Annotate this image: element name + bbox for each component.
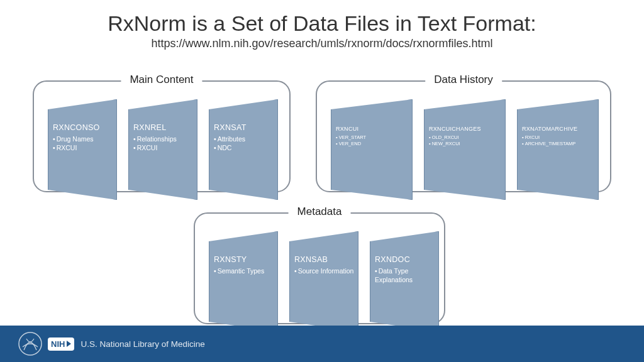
card-rxncuichanges: RXNCUICHANGES OLD_RXCUI NEW_RXCUI [424, 99, 506, 200]
nih-label: NIH [51, 339, 65, 349]
card-rxnsat: RXNSAT Attributes NDC [209, 99, 278, 200]
card-title: RXNSTY [214, 255, 275, 264]
card-item: VER_END [336, 141, 410, 147]
card-rxnatomarchive: RXNATOMARCHIVE RXCUI ARCHIVE_TIMESTAMP [517, 99, 599, 200]
card-item: Drug Names [53, 134, 114, 143]
card-item: Attributes [214, 134, 275, 143]
card-item: Data Type Explanations [375, 266, 436, 284]
card-title: RXNSAT [214, 123, 275, 132]
card-item: Source Information [294, 266, 356, 275]
card-rxnsab: RXNSAB Source Information [289, 231, 358, 332]
group-label: Metadata [289, 206, 351, 218]
card-item: RXCUI [133, 143, 195, 152]
footer-bar: NIH U.S. National Library of Medicine [0, 326, 644, 362]
card-item: Semantic Types [214, 266, 275, 275]
page-subtitle-url: https://www.nlm.nih.gov/research/umls/rx… [0, 37, 644, 50]
page-title: RxNorm is a Set of Data Files in Text Fo… [0, 11, 644, 36]
card-item: RXCUI [53, 143, 114, 152]
card-item: Relationships [133, 134, 195, 143]
group-label: Main Content [121, 74, 202, 86]
card-rxndoc: RXNDOC Data Type Explanations [370, 231, 439, 332]
group-metadata: Metadata RXNSTY Semantic Types RXNSAB So… [194, 212, 445, 324]
card-item: NDC [214, 143, 275, 152]
card-title: RXNATOMARCHIVE [522, 126, 596, 132]
card-item: OLD_RXCUI [429, 134, 503, 141]
card-rxnsty: RXNSTY Semantic Types [209, 231, 278, 332]
card-item: NEW_RXCUI [429, 141, 503, 147]
group-main-content: Main Content RXNCONSO Drug Names RXCUI R… [33, 80, 291, 192]
group-label: Data History [425, 74, 502, 86]
card-rxnconso: RXNCONSO Drug Names RXCUI [48, 99, 117, 200]
card-title: RXNCONSO [53, 123, 114, 132]
card-title: RXNDOC [375, 255, 436, 264]
card-item: RXCUI [522, 134, 596, 141]
card-rxncui: RXNCUI VER_START VER_END [331, 99, 413, 200]
hhs-logo-icon [18, 331, 43, 356]
card-item: VER_START [336, 134, 410, 141]
play-triangle-icon [67, 341, 71, 347]
group-data-history: Data History RXNCUI VER_START VER_END RX… [316, 80, 611, 192]
card-title: RXNCUI [336, 126, 410, 132]
card-title: RXNREL [133, 123, 195, 132]
nih-badge: NIH [48, 337, 74, 351]
footer-org-name: U.S. National Library of Medicine [80, 339, 204, 349]
card-item: ARCHIVE_TIMESTAMP [522, 141, 596, 147]
card-rxnrel: RXNREL Relationships RXCUI [128, 99, 197, 200]
card-title: RXNSAB [294, 255, 356, 264]
card-title: RXNCUICHANGES [429, 126, 503, 132]
